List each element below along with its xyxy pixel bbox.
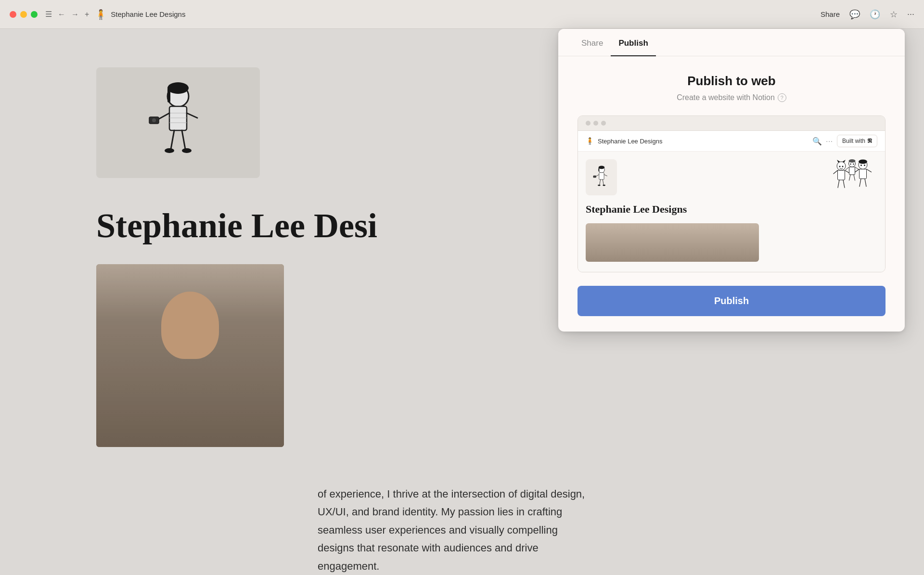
back-icon[interactable]: ← bbox=[58, 10, 65, 19]
preview-nav-right: 🔍 ··· Built with 𝕹 bbox=[812, 135, 877, 147]
share-publish-modal: Share Publish Publish to web Create a we… bbox=[558, 29, 905, 332]
preview-deco-characters bbox=[829, 156, 877, 195]
page-favicon-icon: 🧍 bbox=[95, 9, 107, 20]
comment-icon[interactable]: 💬 bbox=[849, 9, 860, 20]
svg-point-42 bbox=[864, 165, 865, 166]
svg-line-53 bbox=[846, 167, 849, 170]
svg-rect-43 bbox=[860, 169, 867, 179]
preview-char-icon bbox=[586, 159, 617, 195]
svg-rect-52 bbox=[849, 167, 855, 175]
svg-rect-18 bbox=[599, 173, 603, 179]
new-tab-icon[interactable]: + bbox=[85, 10, 89, 19]
publish-button[interactable]: Publish bbox=[578, 286, 886, 316]
preview-character-svg bbox=[592, 164, 611, 191]
built-with-button: Built with 𝕹 bbox=[837, 135, 877, 147]
traffic-light-yellow[interactable] bbox=[20, 11, 27, 18]
svg-line-36 bbox=[845, 170, 849, 173]
modal-overlay: Share Publish Publish to web Create a we… bbox=[0, 29, 924, 575]
tab-publish[interactable]: Publish bbox=[611, 29, 655, 56]
preview-right-col bbox=[829, 156, 877, 197]
svg-line-46 bbox=[860, 179, 861, 187]
main-area: Stephanie Lee Desi of experience, I thri… bbox=[0, 29, 924, 575]
browser-right-controls: Share 💬 🕐 ☆ ··· bbox=[821, 9, 914, 20]
svg-line-55 bbox=[849, 175, 851, 180]
help-icon[interactable]: ? bbox=[778, 93, 786, 102]
svg-line-24 bbox=[604, 175, 607, 176]
page-icon-title: 🧍 Stephanie Lee Designs bbox=[95, 9, 821, 20]
svg-point-23 bbox=[594, 176, 595, 177]
traffic-light-red[interactable] bbox=[10, 11, 16, 18]
browser-controls: ☰ ← → + bbox=[45, 10, 89, 19]
publish-subtitle: Create a website with Notion ? bbox=[578, 93, 886, 102]
preview-dots-icon: ··· bbox=[826, 137, 833, 145]
svg-line-47 bbox=[865, 179, 866, 187]
preview-search-icon: 🔍 bbox=[812, 137, 822, 146]
preview-browser-bar bbox=[578, 116, 885, 131]
preview-dot-2 bbox=[593, 121, 598, 126]
svg-line-35 bbox=[834, 170, 838, 174]
svg-point-32 bbox=[839, 166, 841, 167]
traffic-lights bbox=[10, 11, 38, 18]
traffic-light-green[interactable] bbox=[31, 11, 38, 18]
bookmark-icon[interactable]: ☆ bbox=[890, 9, 898, 20]
svg-point-33 bbox=[842, 166, 844, 167]
preview-nav-favicon: 🧍 bbox=[586, 137, 594, 145]
preview-nav: 🧍 Stephanie Lee Designs 🔍 ··· Built with… bbox=[578, 131, 885, 152]
preview-nav-left: 🧍 Stephanie Lee Designs bbox=[586, 137, 662, 145]
preview-page-area: Stephanie Lee Designs bbox=[578, 152, 885, 272]
page-title: Stephanie Lee Designs bbox=[111, 10, 185, 18]
svg-line-38 bbox=[843, 180, 845, 188]
preview-site-name: Stephanie Lee Designs bbox=[598, 138, 662, 145]
modal-tabs: Share Publish bbox=[558, 29, 905, 56]
history-icon[interactable]: 🕐 bbox=[870, 9, 880, 20]
preview-image-inner bbox=[586, 223, 759, 262]
svg-point-49 bbox=[849, 159, 856, 163]
svg-line-54 bbox=[855, 167, 859, 169]
preview-heading: Stephanie Lee Designs bbox=[586, 203, 759, 216]
publish-to-web-title: Publish to web bbox=[578, 74, 886, 89]
more-options-icon[interactable]: ··· bbox=[907, 9, 914, 19]
tab-share[interactable]: Share bbox=[574, 29, 611, 56]
preview-dot-3 bbox=[601, 121, 606, 126]
svg-point-41 bbox=[860, 165, 862, 166]
svg-line-26 bbox=[603, 179, 603, 185]
svg-line-56 bbox=[854, 175, 855, 180]
preview-image-banner bbox=[586, 223, 759, 262]
svg-line-37 bbox=[838, 180, 839, 188]
svg-point-40 bbox=[859, 160, 867, 164]
browser-chrome: ☰ ← → + 🧍 Stephanie Lee Designs Share 💬 … bbox=[0, 0, 924, 29]
svg-point-51 bbox=[853, 164, 854, 165]
svg-line-25 bbox=[599, 179, 600, 185]
svg-point-16 bbox=[598, 166, 604, 169]
svg-line-44 bbox=[867, 169, 872, 172]
svg-point-27 bbox=[598, 185, 601, 186]
svg-point-28 bbox=[603, 185, 605, 186]
notion-n-logo: 𝕹 bbox=[867, 137, 872, 145]
forward-icon[interactable]: → bbox=[71, 10, 79, 19]
sidebar-toggle-icon[interactable]: ☰ bbox=[45, 10, 52, 19]
website-preview: 🧍 Stephanie Lee Designs 🔍 ··· Built with… bbox=[578, 115, 886, 272]
svg-rect-17 bbox=[598, 167, 599, 172]
share-button[interactable]: Share bbox=[821, 10, 840, 18]
svg-point-50 bbox=[850, 164, 851, 165]
preview-left-col: Stephanie Lee Designs bbox=[586, 159, 759, 264]
preview-dot-1 bbox=[586, 121, 590, 126]
svg-rect-34 bbox=[838, 170, 845, 180]
modal-body: Publish to web Create a website with Not… bbox=[558, 56, 905, 332]
